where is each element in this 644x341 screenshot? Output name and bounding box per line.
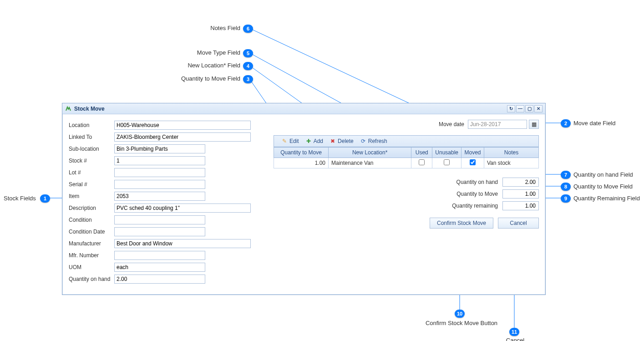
delete-label: Delete xyxy=(338,138,354,144)
cancel-button[interactable]: Cancel xyxy=(498,218,539,229)
serial-label: Serial # xyxy=(69,181,114,188)
mfrnum-label: Mfr. Number xyxy=(69,252,114,259)
refresh-button[interactable]: ⟳ Refresh xyxy=(360,138,387,144)
sum-qtm-label: Quantity to Move xyxy=(456,191,498,197)
linkedto-label: Linked To xyxy=(69,134,114,140)
close-button[interactable]: ✕ xyxy=(534,105,543,112)
col-qty[interactable]: Quantity to Move xyxy=(274,148,329,158)
col-newloc[interactable]: New Location* xyxy=(329,148,411,158)
lot-input[interactable] xyxy=(114,168,205,177)
conddate-label: Condition Date xyxy=(69,229,114,235)
window-title: Stock Move xyxy=(74,106,105,112)
desc-input[interactable] xyxy=(114,204,251,213)
calendar-icon[interactable]: ▦ xyxy=(529,120,539,129)
uom-input[interactable] xyxy=(114,263,205,272)
refresh-icon: ⟳ xyxy=(360,138,366,144)
grid-toolbar: ✎ Edit ✚ Add ✖ Delete ⟳ Refresh xyxy=(274,135,539,147)
stocknum-input[interactable] xyxy=(114,156,205,165)
callout-label-2: Move date Field xyxy=(573,120,616,127)
maximize-button[interactable]: ▢ xyxy=(525,105,533,112)
app-icon xyxy=(65,106,71,112)
cell-used-checkbox[interactable] xyxy=(419,159,425,165)
callout-badge-7: 7 xyxy=(561,171,571,179)
item-input[interactable] xyxy=(114,192,205,201)
callout-badge-5: 5 xyxy=(243,49,253,57)
callout-badge-1: 1 xyxy=(40,194,50,203)
col-moved[interactable]: Moved xyxy=(461,148,484,158)
stock-fields-panel: Location Linked To Sub-location Stock # … xyxy=(69,120,260,285)
cell-qty[interactable]: 1.00 xyxy=(274,158,329,168)
add-label: Add xyxy=(314,138,323,144)
stock-move-window: Stock Move ↻ — ▢ ✕ Location Linked To Su… xyxy=(62,103,546,295)
callout-label-7: Quantity on hand Field xyxy=(573,171,633,178)
callout-badge-3: 3 xyxy=(243,75,253,83)
edit-label: Edit xyxy=(289,138,299,144)
qoh-left-label: Quantity on hand xyxy=(69,276,114,282)
callout-label-8: Quantity to Move Field xyxy=(573,183,633,190)
cell-notes[interactable]: Van stock xyxy=(484,158,539,168)
callout-label-10: Confirm Stock Move Button xyxy=(425,320,498,326)
edit-button[interactable]: ✎ Edit xyxy=(281,138,299,144)
table-row[interactable]: 1.00 Maintenance Van Van stock xyxy=(274,158,539,168)
pencil-icon: ✎ xyxy=(281,138,288,144)
cond-label: Condition xyxy=(69,217,114,223)
refresh-label: Refresh xyxy=(368,138,387,144)
sum-qoh-label: Quantity on hand xyxy=(456,179,498,185)
mfr-label: Manufacturer xyxy=(69,240,114,247)
callout-badge-6: 6 xyxy=(243,25,253,33)
callout-label-9: Quantity Remaining Field xyxy=(573,195,640,202)
qoh-left-input[interactable] xyxy=(114,275,205,284)
callout-badge-9: 9 xyxy=(561,194,571,203)
callout-label-11: Cancel Button xyxy=(497,337,533,341)
delete-button[interactable]: ✖ Delete xyxy=(330,138,354,144)
serial-input[interactable] xyxy=(114,180,205,189)
mfrnum-input[interactable] xyxy=(114,251,205,260)
mfr-input[interactable] xyxy=(114,239,251,248)
subloc-input[interactable] xyxy=(114,144,205,153)
sum-qrem-input[interactable] xyxy=(502,201,539,210)
add-button[interactable]: ✚ Add xyxy=(305,138,323,144)
delete-icon: ✖ xyxy=(330,138,336,144)
linkedto-input[interactable] xyxy=(114,132,251,142)
sum-qtm-input[interactable] xyxy=(502,189,539,198)
sum-qrem-label: Quantity remaining xyxy=(452,203,498,209)
subloc-label: Sub-location xyxy=(69,146,114,152)
item-label: Item xyxy=(69,193,114,199)
stocknum-label: Stock # xyxy=(69,158,114,164)
minimize-button[interactable]: — xyxy=(516,105,524,112)
titlebar[interactable]: Stock Move ↻ — ▢ ✕ xyxy=(62,103,545,114)
callout-label-1: Stock Fields xyxy=(4,195,36,202)
location-label: Location xyxy=(69,122,114,128)
movedate-label: Move date xyxy=(439,121,464,127)
col-used[interactable]: Used xyxy=(411,148,432,158)
lot-label: Lot # xyxy=(69,169,114,176)
uom-label: UOM xyxy=(69,264,114,270)
movedate-input[interactable] xyxy=(468,120,527,129)
col-unusable[interactable]: Unusable xyxy=(432,148,461,158)
callout-label-3: Quantity to Move Field xyxy=(177,75,240,82)
cell-newloc[interactable]: Maintenance Van xyxy=(329,158,411,168)
callout-badge-2: 2 xyxy=(561,119,571,127)
conddate-input[interactable] xyxy=(114,227,205,236)
callout-label-4: New Location* Field xyxy=(182,62,240,69)
callout-badge-10: 10 xyxy=(455,310,465,318)
callout-badge-11: 11 xyxy=(509,328,519,336)
callout-badge-8: 8 xyxy=(561,183,571,191)
callout-label-5: Move Type Field xyxy=(191,49,240,56)
desc-label: Description xyxy=(69,205,114,211)
col-notes[interactable]: Notes xyxy=(484,148,539,158)
cell-moved-checkbox[interactable] xyxy=(470,159,476,165)
confirm-stock-move-button[interactable]: Confirm Stock Move xyxy=(430,218,493,229)
refresh-window-button[interactable]: ↻ xyxy=(507,105,515,112)
sum-qoh-input[interactable] xyxy=(502,178,539,187)
callout-badge-4: 4 xyxy=(243,62,253,70)
cond-input[interactable] xyxy=(114,215,205,224)
cell-unusable-checkbox[interactable] xyxy=(444,159,450,165)
location-input[interactable] xyxy=(114,121,251,130)
plus-icon: ✚ xyxy=(305,138,312,144)
moves-grid: Quantity to Move New Location* Used Unus… xyxy=(274,147,539,168)
callout-label-6: Notes Field xyxy=(208,25,240,31)
